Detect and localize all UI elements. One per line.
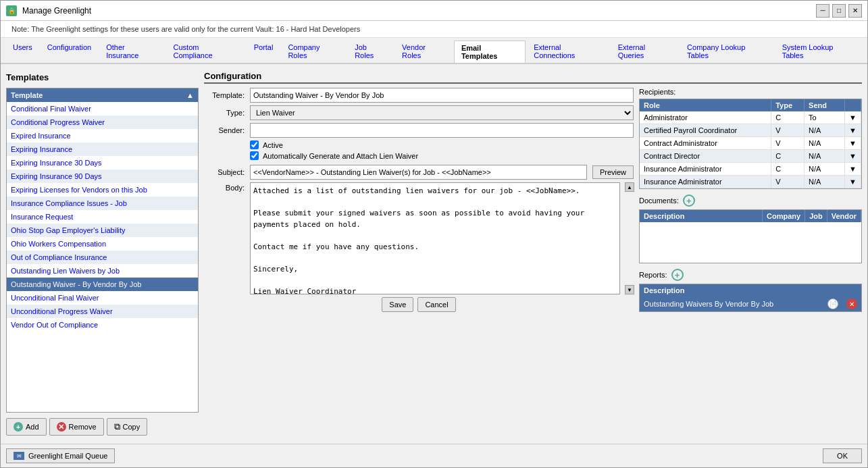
app-icon: 🔒 [6, 5, 17, 16]
bottom-bar: ✉ Greenlight Email Queue OK [1, 444, 867, 467]
active-label: Active [263, 141, 283, 149]
list-item[interactable]: Expiring Insurance 90 Days [7, 170, 198, 183]
tab-configuration[interactable]: Configuration [41, 41, 98, 63]
tab-external-queries[interactable]: External Queries [611, 41, 679, 63]
template-input[interactable] [250, 88, 634, 103]
main-window: 🔒 Manage Greenlight ─ □ ✕ Note: The Gree… [0, 0, 868, 468]
role-cell: Contract Administrator [640, 137, 771, 150]
type-row: Type: Lien Waiver Insurance Compliance [204, 105, 634, 120]
save-button[interactable]: Save [382, 297, 413, 312]
minimize-button[interactable]: ─ [816, 4, 829, 18]
left-actions: + Add ✕ Remove ⧉ Copy [6, 415, 199, 438]
scroll-up-arrow[interactable]: ▲ [625, 182, 634, 192]
nav-tabs: Users Configuration Other Insurance Cust… [1, 38, 867, 64]
documents-section: Documents: + Description Company Job [639, 194, 862, 263]
list-item[interactable]: Outstanding Lien Waivers by Job [7, 264, 198, 278]
reports-col-description: Description [640, 284, 823, 296]
list-item[interactable]: Expiring Licenses for Vendors on this Jo… [7, 183, 198, 197]
save-label: Save [389, 301, 406, 309]
list-item[interactable]: Insurance Compliance Issues - Job [7, 197, 198, 210]
remove-button[interactable]: ✕ Remove [49, 418, 104, 436]
close-button[interactable]: ✕ [848, 4, 862, 18]
list-item[interactable]: Unconditional Final Waiver [7, 291, 198, 305]
config-header: Configuration [204, 70, 862, 84]
list-item[interactable]: Vendor Out of Compliance [7, 318, 198, 332]
titlebar: 🔒 Manage Greenlight ─ □ ✕ [1, 1, 867, 21]
preview-button[interactable]: Preview [592, 165, 634, 179]
subject-input[interactable] [250, 165, 587, 180]
auto-generate-checkbox[interactable] [250, 151, 259, 160]
list-item[interactable]: Ohio Workers Compensation [7, 237, 198, 251]
role-cell: Contract Director [640, 150, 771, 163]
cancel-button[interactable]: Cancel [417, 297, 455, 312]
tab-system-lookup-tables[interactable]: System Lookup Tables [775, 41, 862, 63]
auto-generate-checkbox-row: Automatically Generate and Attach Lien W… [250, 151, 634, 160]
scroll-down-arrow[interactable]: ▼ [625, 285, 634, 294]
tab-email-templates[interactable]: Email Templates [454, 41, 526, 63]
active-checkbox[interactable] [250, 140, 259, 149]
list-item[interactable]: Out of Compliance Insurance [7, 251, 198, 264]
list-item[interactable]: Expired Insurance [7, 129, 198, 142]
docs-col-company: Company [763, 210, 805, 222]
maximize-button[interactable]: □ [832, 4, 846, 18]
list-item-selected[interactable]: Outstanding Waiver - By Vendor By Job [7, 278, 198, 291]
action-cell[interactable]: ▼ [845, 176, 861, 188]
action-cell[interactable]: ▼ [845, 124, 861, 137]
list-item[interactable]: Conditional Progress Waiver [7, 115, 198, 129]
docs-empty [640, 222, 861, 263]
type-select[interactable]: Lien Waiver Insurance Compliance [250, 105, 634, 120]
sender-input[interactable] [250, 123, 634, 138]
table-row: Insurance Administrator V N/A ▼ [640, 176, 861, 188]
recipients-label: Recipients: [639, 88, 862, 96]
email-queue-button[interactable]: ✉ Greenlight Email Queue [6, 448, 115, 463]
send-cell: N/A [805, 137, 845, 150]
docs-col-description: Description [640, 210, 763, 222]
action-cell[interactable]: ▼ [845, 137, 861, 150]
list-item[interactable]: Ohio Stop Gap Employer's Liability [7, 224, 198, 237]
docs-col-job: Job [805, 210, 827, 222]
recipients-col-role: Role [640, 99, 771, 111]
tab-custom-compliance[interactable]: Custom Compliance [167, 41, 246, 63]
add-report-button[interactable]: + [671, 269, 684, 281]
copy-icon: ⧉ [114, 421, 120, 432]
list-item[interactable]: Expiring Insurance 30 Days [7, 156, 198, 170]
tab-vendor-roles[interactable]: Vendor Roles [395, 41, 453, 63]
type-cell: C [771, 163, 805, 176]
list-item[interactable]: Expiring Insurance [7, 142, 198, 156]
copy-button[interactable]: ⧉ Copy [107, 418, 148, 436]
tab-external-connections[interactable]: External Connections [527, 41, 610, 63]
recipients-panel: Recipients: Role Type Send [639, 88, 862, 312]
action-cell[interactable]: ▼ [845, 163, 861, 176]
type-label: Type: [204, 109, 245, 117]
subject-row: Subject: Preview [204, 165, 634, 180]
list-scroll[interactable]: Conditional Final Waiver Conditional Pro… [7, 102, 198, 412]
tab-other-insurance[interactable]: Other Insurance [99, 41, 165, 63]
list-item[interactable]: Conditional Final Waiver [7, 102, 198, 115]
type-cell: C [771, 111, 805, 124]
report-remove-button[interactable]: ✕ [846, 298, 857, 309]
list-item[interactable]: Insurance Request [7, 210, 198, 224]
report-edit-button[interactable]: 📄 [827, 298, 838, 309]
ok-button[interactable]: OK [823, 448, 862, 463]
action-cell[interactable]: ▼ [845, 150, 861, 163]
report-edit-cell[interactable]: 📄 [823, 296, 842, 311]
tab-portal[interactable]: Portal [247, 41, 280, 63]
body-textarea[interactable]: Attached is a list of outstanding lien w… [250, 182, 620, 294]
list-item[interactable]: Unconditional Progress Waiver [7, 305, 198, 318]
main-form: Template: Type: Lien Waiver Insurance Co… [204, 88, 634, 312]
tab-users[interactable]: Users [6, 41, 39, 63]
tab-company-roles[interactable]: Company Roles [281, 41, 347, 63]
action-cell[interactable]: ▼ [845, 111, 861, 124]
bottom-right: OK [823, 448, 862, 463]
recipients-col-type: Type [771, 99, 805, 111]
add-label: Add [26, 423, 39, 431]
body-area: Body: Attached is a list of outstanding … [204, 182, 634, 294]
reports-col-edit [823, 284, 842, 296]
bottom-left: ✉ Greenlight Email Queue [6, 448, 115, 463]
tab-job-roles[interactable]: Job Roles [348, 41, 394, 63]
report-remove-cell[interactable]: ✕ [842, 296, 861, 311]
tab-company-lookup-tables[interactable]: Company Lookup Tables [680, 41, 774, 63]
add-document-button[interactable]: + [683, 194, 695, 207]
add-button[interactable]: + Add [6, 418, 47, 436]
scroll-indicator: ▲ [186, 91, 194, 99]
